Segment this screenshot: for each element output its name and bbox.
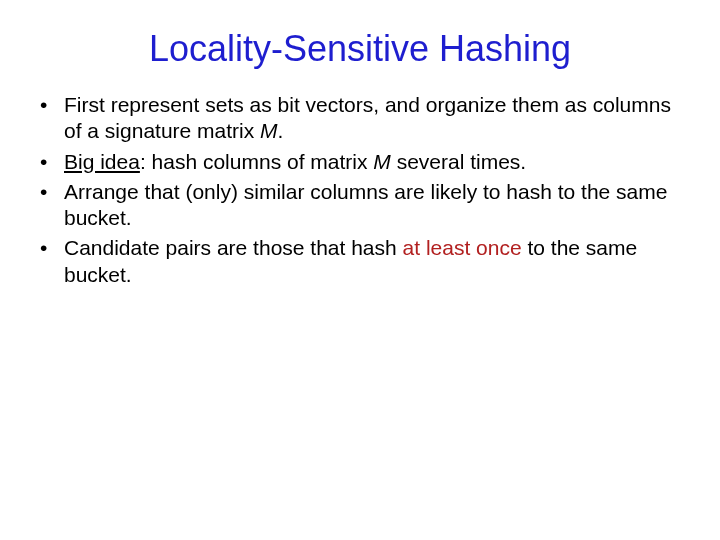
slide-body: First represent sets as bit vectors, and… — [0, 92, 720, 288]
emphasis-text: at least once — [403, 236, 522, 259]
bullet-text: : hash columns of matrix — [140, 150, 373, 173]
bullet-text: Arrange that (only) similar columns are … — [64, 180, 667, 229]
slide-title: Locality-Sensitive Hashing — [0, 0, 720, 92]
bullet-text: First represent sets as bit vectors, and… — [64, 93, 671, 142]
bullet-text: Candidate pairs are those that hash — [64, 236, 403, 259]
bullet-list: First represent sets as bit vectors, and… — [30, 92, 690, 288]
math-var: M — [373, 150, 391, 173]
bullet-item: Candidate pairs are those that hash at l… — [30, 235, 690, 288]
bullet-text: . — [278, 119, 284, 142]
math-var: M — [260, 119, 278, 142]
bullet-lead: Big idea — [64, 150, 140, 173]
bullet-text: several times. — [391, 150, 526, 173]
slide: Locality-Sensitive Hashing First represe… — [0, 0, 720, 540]
bullet-item: Arrange that (only) similar columns are … — [30, 179, 690, 232]
bullet-item: Big idea: hash columns of matrix M sever… — [30, 149, 690, 175]
bullet-item: First represent sets as bit vectors, and… — [30, 92, 690, 145]
